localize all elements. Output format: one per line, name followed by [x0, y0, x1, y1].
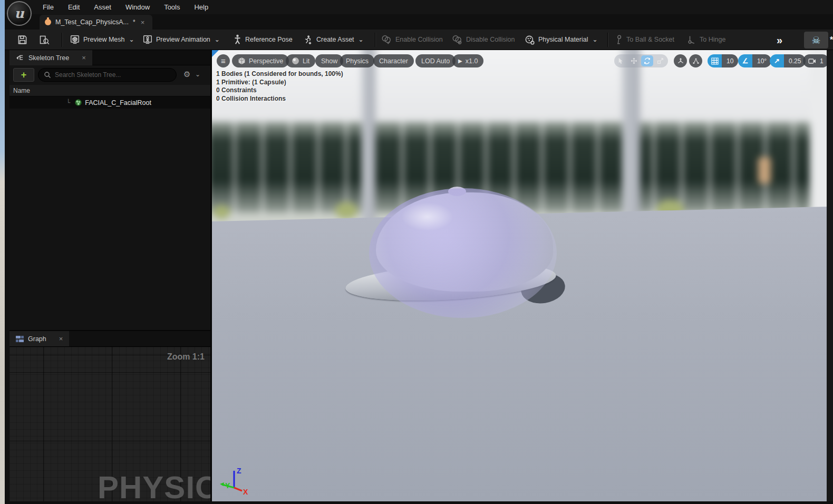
- toolbar-separator: [607, 33, 608, 47]
- search-box[interactable]: [38, 68, 177, 82]
- bone-icon: [75, 99, 82, 106]
- select-tool-button[interactable]: [614, 54, 627, 67]
- preview-mesh-button[interactable]: Preview Mesh ⌄: [70, 30, 134, 50]
- chevron-down-icon: ⌄: [215, 36, 220, 43]
- save-icon: [17, 35, 27, 45]
- unsaved-indicator: *: [133, 18, 135, 26]
- stat-constraints: 0 Constraints: [216, 86, 343, 95]
- graph-icon: [16, 336, 24, 342]
- rotate-tool-button[interactable]: [641, 55, 653, 66]
- enable-collision-button[interactable]: Enable Collision: [381, 30, 443, 50]
- 3d-viewport[interactable]: 1 Bodies (1 Considered for bounds, 100%)…: [212, 50, 827, 501]
- viewport-focus-corner: [212, 50, 219, 57]
- rotate-icon: [644, 57, 651, 64]
- bush: [335, 202, 358, 219]
- menu-window[interactable]: Window: [125, 3, 150, 11]
- rotation-snap-control[interactable]: ∠ 10°: [738, 54, 771, 67]
- gear-icon[interactable]: ⚙: [183, 70, 190, 78]
- capsule-collision-body[interactable]: [369, 188, 557, 318]
- titlebar: File Edit Asset Window Tools Help: [5, 0, 833, 14]
- grid-snap-toggle[interactable]: [708, 54, 722, 67]
- building-pillar: [362, 50, 375, 227]
- favorite-star-icon[interactable]: *: [830, 35, 833, 45]
- character-dropdown[interactable]: Character: [373, 54, 414, 67]
- preview-animation-button[interactable]: Preview Animation ⌄: [143, 30, 220, 50]
- search-input[interactable]: [55, 71, 163, 79]
- tree-row-facial-root[interactable]: └ FACIAL_C_FacialRoot: [9, 96, 210, 109]
- scale-snap-toggle[interactable]: ↗: [770, 54, 784, 67]
- add-button[interactable]: +: [13, 68, 34, 82]
- lod-dropdown[interactable]: LOD Auto: [415, 54, 456, 67]
- move-tool-button[interactable]: [627, 54, 641, 67]
- enable-collision-icon: [381, 35, 392, 44]
- grid-icon: [711, 57, 719, 65]
- coordinate-space-button[interactable]: [674, 54, 687, 67]
- tab-graph[interactable]: Graph ×: [9, 331, 69, 346]
- asset-tab-title: M_Test_Cap_PhysicsA...: [55, 18, 129, 26]
- scale-arrow-icon: ↗: [774, 57, 780, 65]
- camera-icon: [808, 58, 817, 64]
- scale-tool-button[interactable]: [654, 54, 667, 67]
- ball-socket-icon: [615, 35, 623, 45]
- to-hinge-button[interactable]: To Hinge: [687, 30, 725, 50]
- tree-empty-area: [9, 109, 210, 330]
- playback-speed-button[interactable]: ▶ x1.0: [452, 54, 483, 67]
- reference-pose-button[interactable]: Reference Pose: [234, 30, 293, 50]
- show-dropdown[interactable]: Show: [315, 54, 343, 67]
- physics-stats: 1 Bodies (1 Considered for bounds, 100%)…: [216, 70, 343, 103]
- show-skeleton-button[interactable]: ☠: [804, 32, 828, 49]
- menu-help[interactable]: Help: [194, 3, 208, 11]
- surface-snapping-button[interactable]: [689, 54, 702, 67]
- chevron-down-icon: ⌄: [592, 36, 597, 43]
- grid-snap-control[interactable]: 10: [708, 54, 738, 67]
- skeleton-icon: ☠: [811, 34, 820, 46]
- grid-snap-value[interactable]: 10: [722, 54, 738, 67]
- axis-z-label: Z: [237, 467, 241, 475]
- tab-skeleton-tree[interactable]: Skeleton Tree ×: [9, 50, 92, 65]
- hinge-icon: [687, 35, 696, 45]
- unreal-logo-icon: u: [7, 1, 32, 26]
- lit-dropdown[interactable]: Lit: [286, 54, 315, 67]
- world-gizmo-icon: [677, 57, 684, 65]
- graph-watermark: PHYSICS: [98, 469, 210, 501]
- menu-asset[interactable]: Asset: [94, 3, 111, 11]
- disable-collision-button[interactable]: Disable Collision: [452, 30, 515, 50]
- create-asset-icon: [303, 35, 313, 44]
- menu-tools[interactable]: Tools: [164, 3, 180, 11]
- snap-icon: [692, 57, 700, 65]
- physics-dropdown[interactable]: Physics: [340, 54, 374, 67]
- physics-asset-icon: [45, 19, 51, 25]
- browse-to-asset-button[interactable]: [38, 30, 50, 50]
- chevron-down-icon: ⌄: [129, 36, 134, 43]
- camera-speed-control[interactable]: 1: [803, 54, 827, 67]
- menu-edit[interactable]: Edit: [68, 3, 80, 11]
- menu-file[interactable]: File: [43, 3, 54, 11]
- create-asset-button[interactable]: Create Asset ⌄: [303, 30, 364, 50]
- rotation-snap-value[interactable]: 10°: [752, 54, 771, 67]
- tree-column-header: Name: [9, 85, 210, 96]
- chevron-down-icon: ⌄: [359, 36, 364, 43]
- asset-tab[interactable]: M_Test_Cap_PhysicsA... * ×: [40, 15, 152, 30]
- scale-snap-control[interactable]: ↗ 0.25: [770, 54, 806, 67]
- window-bottom-border: [5, 501, 833, 504]
- graph-canvas[interactable]: Zoom 1:1 PHYSICS: [9, 347, 210, 501]
- physical-material-icon: [525, 35, 535, 45]
- main-toolbar: Preview Mesh ⌄ Preview Animation ⌄ Refer…: [5, 30, 833, 50]
- skeleton-tree-toolbar: + ⚙ ⌄: [9, 65, 210, 85]
- stat-collision-interactions: 0 Collision Interactions: [216, 95, 343, 103]
- chevron-down-icon[interactable]: ⌄: [195, 71, 200, 78]
- rotation-snap-toggle[interactable]: ∠: [738, 54, 752, 67]
- axis-y-label: Y: [225, 481, 230, 490]
- skeleton-tree-tabstrip: Skeleton Tree ×: [9, 50, 210, 65]
- physical-material-button[interactable]: Physical Material ⌄: [525, 30, 598, 50]
- angle-icon: ∠: [742, 57, 749, 65]
- close-icon[interactable]: ×: [59, 335, 63, 343]
- perspective-dropdown[interactable]: Perspective: [232, 54, 289, 67]
- tab-close-icon[interactable]: ×: [141, 18, 145, 26]
- viewport-menu-button[interactable]: ≡: [217, 54, 230, 67]
- to-ball-socket-button[interactable]: To Ball & Socket: [615, 30, 674, 50]
- toolbar-overflow-button[interactable]: »: [777, 34, 781, 46]
- close-icon[interactable]: ×: [82, 54, 86, 62]
- stat-bodies: 1 Bodies (1 Considered for bounds, 100%): [216, 70, 343, 79]
- save-button[interactable]: [17, 30, 27, 50]
